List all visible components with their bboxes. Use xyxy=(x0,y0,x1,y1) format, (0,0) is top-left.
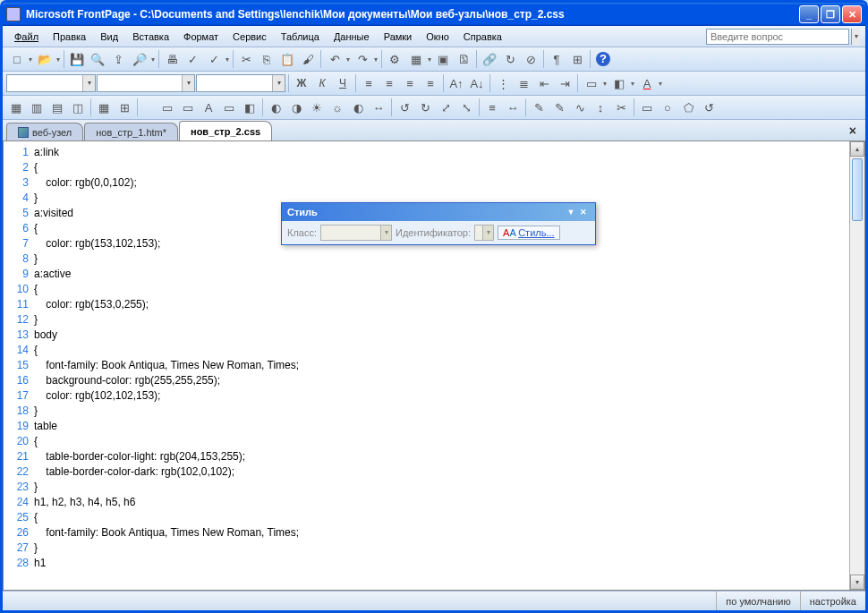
align-center-button[interactable]: ≡ xyxy=(379,73,399,93)
zoom-button[interactable]: ⊞ xyxy=(567,49,587,69)
menu-data[interactable]: Данные xyxy=(328,30,376,44)
menu-format[interactable]: Формат xyxy=(177,30,225,44)
t2-restore[interactable]: ↺ xyxy=(699,98,719,117)
help-search-input[interactable] xyxy=(706,29,849,45)
t2-b4[interactable]: ◧ xyxy=(240,98,260,117)
layer-button[interactable]: ▣ xyxy=(433,49,453,69)
italic-button[interactable]: К xyxy=(312,73,332,93)
status-default[interactable]: по умолчанию xyxy=(716,592,799,610)
align-right-button[interactable]: ≡ xyxy=(400,73,420,93)
print-button[interactable]: 🖶 xyxy=(162,49,182,69)
vertical-scrollbar[interactable]: ▴ ▾ xyxy=(849,141,864,590)
minimize-button[interactable]: _ xyxy=(799,5,819,23)
numbered-list-button[interactable]: ⋮ xyxy=(493,73,513,93)
maximize-button[interactable]: ❐ xyxy=(821,5,840,23)
menu-frames[interactable]: Рамки xyxy=(378,30,419,44)
image-button[interactable]: 🖻 xyxy=(454,49,473,69)
t1-b1[interactable]: ▦ xyxy=(6,98,26,117)
help-search-dropdown[interactable]: ▾ xyxy=(851,29,860,45)
id-select[interactable]: ▾ xyxy=(474,225,494,241)
bullet-list-button[interactable]: ≣ xyxy=(514,73,533,93)
t2-b15[interactable]: ≡ xyxy=(482,98,502,117)
style-panel-titlebar[interactable]: Стиль ▼ ✕ xyxy=(282,203,595,221)
t2-b2[interactable]: ▭ xyxy=(178,98,198,117)
t2-poly[interactable]: ⬠ xyxy=(678,98,698,117)
t1-b2[interactable]: ▥ xyxy=(27,98,47,117)
indent-button[interactable]: ⇥ xyxy=(555,73,574,93)
highlight-button[interactable]: ◧ xyxy=(608,73,635,93)
stop-button[interactable]: ⊘ xyxy=(521,49,540,69)
menu-insert[interactable]: Вставка xyxy=(126,30,175,44)
outdent-button[interactable]: ⇤ xyxy=(534,73,554,93)
t2-oval[interactable]: ○ xyxy=(658,98,677,117)
t2-b5[interactable]: ◐ xyxy=(266,98,285,117)
redo-button[interactable]: ↷ xyxy=(352,49,379,69)
undo-button[interactable]: ↶ xyxy=(324,49,351,69)
menu-view[interactable]: Вид xyxy=(94,30,124,44)
save-button[interactable]: 💾 xyxy=(67,49,87,69)
t2-rect[interactable]: ▭ xyxy=(637,98,657,117)
copy-button[interactable]: ⎘ xyxy=(257,49,277,69)
t2-b20[interactable]: ↕ xyxy=(591,98,610,117)
font-shrink-button[interactable]: A↓ xyxy=(467,73,487,93)
font-size-combo[interactable]: ▾ xyxy=(196,74,285,92)
show-codes-button[interactable]: ¶ xyxy=(547,49,566,69)
t2-b1[interactable]: ▭ xyxy=(157,98,177,117)
tab-website[interactable]: веб-узел xyxy=(6,123,83,140)
underline-button[interactable]: Ч xyxy=(333,73,353,93)
borders-button[interactable]: ▭ xyxy=(581,73,608,93)
refresh-button[interactable]: ↻ xyxy=(500,49,520,69)
style-dialog-button[interactable]: AA Стиль... xyxy=(498,226,560,240)
new-button[interactable]: □ xyxy=(6,49,33,69)
t2-b9[interactable]: ◐ xyxy=(348,98,368,117)
t2-b12[interactable]: ↻ xyxy=(415,98,435,117)
t2-b19[interactable]: ∿ xyxy=(570,98,590,117)
class-select[interactable]: ▾ xyxy=(320,225,392,241)
tab-close-button[interactable]: × xyxy=(844,123,862,138)
menu-help[interactable]: Справка xyxy=(457,30,508,44)
web-component-button[interactable]: ⚙ xyxy=(385,49,404,69)
t2-b3[interactable]: ▭ xyxy=(219,98,239,117)
t1-b5[interactable]: ▦ xyxy=(94,98,114,117)
font-family-combo[interactable]: ▾ xyxy=(97,74,195,92)
t2-b6[interactable]: ◑ xyxy=(286,98,306,117)
cut-button[interactable]: ✂ xyxy=(236,49,256,69)
tab-page1[interactable]: нов_стр_1.htm* xyxy=(84,123,178,140)
menu-tools[interactable]: Сервис xyxy=(226,30,273,44)
spellcheck-button[interactable]: ✓ xyxy=(183,49,202,69)
style-combo[interactable]: ▾ xyxy=(6,74,96,92)
publish-button[interactable]: ⇪ xyxy=(108,49,128,69)
find-button[interactable]: 🔍 xyxy=(88,49,107,69)
help-button[interactable]: ? xyxy=(593,49,613,69)
menu-table[interactable]: Таблица xyxy=(275,30,326,44)
close-button[interactable]: ✕ xyxy=(842,5,862,23)
menu-edit[interactable]: Правка xyxy=(47,30,92,44)
style-panel-close-button[interactable]: ✕ xyxy=(577,208,590,217)
font-grow-button[interactable]: A↑ xyxy=(447,73,466,93)
style-panel-menu-button[interactable]: ▼ xyxy=(565,208,577,217)
t2-b13[interactable]: ⤢ xyxy=(436,98,455,117)
check-button[interactable]: ✓ xyxy=(203,49,230,69)
hyperlink-button[interactable]: 🔗 xyxy=(480,49,499,69)
preview-button[interactable]: 🔎 xyxy=(129,49,156,69)
paste-button[interactable]: 📋 xyxy=(277,49,297,69)
font-color-button[interactable]: A xyxy=(636,73,663,93)
t2-b7[interactable]: ☀ xyxy=(307,98,327,117)
t2-b16[interactable]: ↔ xyxy=(503,98,523,117)
align-left-button[interactable]: ≡ xyxy=(359,73,379,93)
t1-b3[interactable]: ▤ xyxy=(47,98,67,117)
t2-b21[interactable]: ✂ xyxy=(611,98,631,117)
scroll-thumb[interactable] xyxy=(852,158,863,221)
t1-b6[interactable]: ⊞ xyxy=(115,98,134,117)
t1-b4[interactable]: ◫ xyxy=(68,98,88,117)
align-justify-button[interactable]: ≡ xyxy=(421,73,440,93)
status-settings[interactable]: настройка xyxy=(800,592,865,610)
menu-window[interactable]: Окно xyxy=(420,30,455,44)
style-floating-panel[interactable]: Стиль ▼ ✕ Класс: ▾ Идентификатор: ▾ AA С… xyxy=(281,202,596,245)
t2-b17[interactable]: ✎ xyxy=(529,98,549,117)
format-painter-button[interactable]: 🖌 xyxy=(298,49,318,69)
t2-b8[interactable]: ☼ xyxy=(328,98,347,117)
t2-b18[interactable]: ✎ xyxy=(549,98,569,117)
t2-text[interactable]: A xyxy=(199,98,218,117)
t2-b10[interactable]: ↔ xyxy=(369,98,388,117)
